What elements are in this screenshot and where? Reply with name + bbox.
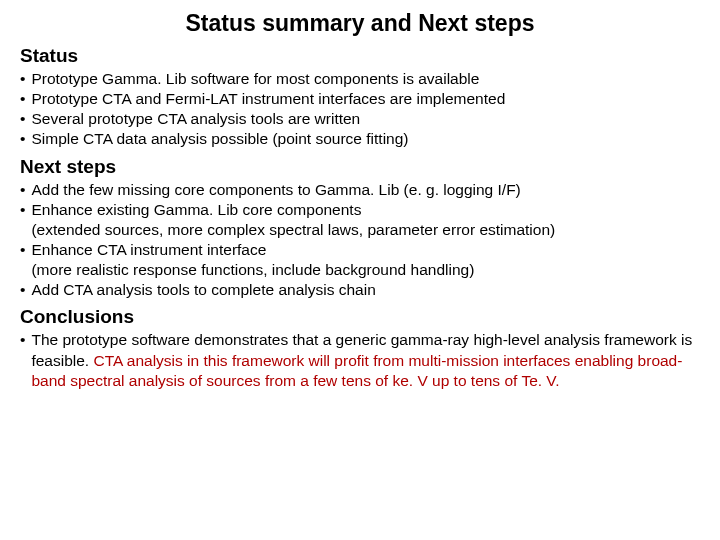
- bullet-icon: •: [20, 109, 25, 129]
- status-bullets: • Prototype Gamma. Lib software for most…: [20, 69, 700, 150]
- conclusions-header: Conclusions: [20, 306, 700, 328]
- bullet-icon: •: [20, 180, 25, 200]
- bullet-icon: •: [20, 280, 25, 300]
- list-item: • Add the few missing core components to…: [20, 180, 700, 200]
- list-item: • Simple CTA data analysis possible (poi…: [20, 129, 700, 149]
- bullet-icon: •: [20, 200, 25, 240]
- bullet-text: Prototype Gamma. Lib software for most c…: [31, 69, 700, 89]
- page-title: Status summary and Next steps: [20, 10, 700, 37]
- bullet-main: Add the few missing core components to G…: [31, 181, 520, 198]
- bullet-text: Enhance existing Gamma. Lib core compone…: [31, 200, 700, 240]
- bullet-icon: •: [20, 240, 25, 280]
- list-item: • Prototype Gamma. Lib software for most…: [20, 69, 700, 89]
- bullet-text: Prototype CTA and Fermi-LAT instrument i…: [31, 89, 700, 109]
- bullet-text: Simple CTA data analysis possible (point…: [31, 129, 700, 149]
- bullet-icon: •: [20, 330, 25, 390]
- next-steps-bullets: • Add the few missing core components to…: [20, 180, 700, 301]
- bullet-sub: (more realistic response functions, incl…: [31, 260, 700, 280]
- slide-content: Status summary and Next steps Status • P…: [0, 0, 720, 411]
- bullet-main: Enhance existing Gamma. Lib core compone…: [31, 201, 361, 218]
- conclusions-bullets: • The prototype software demonstrates th…: [20, 330, 700, 390]
- list-item: • Enhance CTA instrument interface (more…: [20, 240, 700, 280]
- bullet-sub: (extended sources, more complex spectral…: [31, 220, 700, 240]
- list-item: • The prototype software demonstrates th…: [20, 330, 700, 390]
- list-item: • Prototype CTA and Fermi-LAT instrument…: [20, 89, 700, 109]
- bullet-main: Add CTA analysis tools to complete analy…: [31, 281, 375, 298]
- next-steps-header: Next steps: [20, 156, 700, 178]
- bullet-text: The prototype software demonstrates that…: [31, 330, 700, 390]
- bullet-icon: •: [20, 89, 25, 109]
- bullet-icon: •: [20, 129, 25, 149]
- bullet-main: Enhance CTA instrument interface: [31, 241, 266, 258]
- bullet-text: Enhance CTA instrument interface (more r…: [31, 240, 700, 280]
- list-item: • Add CTA analysis tools to complete ana…: [20, 280, 700, 300]
- conclusion-highlight: CTA analysis in this framework will prof…: [31, 352, 682, 389]
- list-item: • Enhance existing Gamma. Lib core compo…: [20, 200, 700, 240]
- status-header: Status: [20, 45, 700, 67]
- bullet-text: Several prototype CTA analysis tools are…: [31, 109, 700, 129]
- bullet-text: Add CTA analysis tools to complete analy…: [31, 280, 700, 300]
- bullet-icon: •: [20, 69, 25, 89]
- bullet-text: Add the few missing core components to G…: [31, 180, 700, 200]
- list-item: • Several prototype CTA analysis tools a…: [20, 109, 700, 129]
